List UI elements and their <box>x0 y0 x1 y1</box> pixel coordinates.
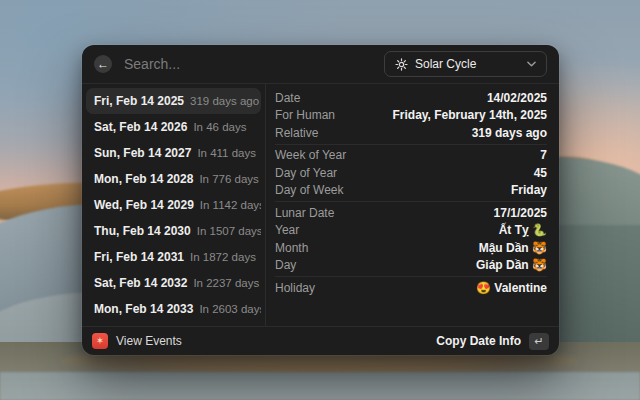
detail-row: Relative 319 days ago <box>275 124 547 142</box>
detail-label: Week of Year <box>275 148 346 162</box>
detail-value: 45 <box>534 166 547 180</box>
list-item[interactable]: Thu, Feb 14 2030 In 1507 days <box>86 218 261 244</box>
list-item-subtitle: In 1507 days <box>197 225 261 237</box>
list-item-subtitle: In 1142 days <box>200 199 261 211</box>
list-item-title: Sat, Feb 14 2026 <box>94 120 187 134</box>
star-icon: ✶ <box>96 336 104 346</box>
list-item[interactable]: Fri, Feb 14 2031 In 1872 days <box>86 244 261 270</box>
copy-date-info-action[interactable]: Copy Date Info <box>436 334 521 348</box>
section-divider <box>275 276 547 277</box>
sun-icon <box>395 58 408 71</box>
detail-value: 17/1/2025 <box>494 206 547 220</box>
detail-row: Day of Year 45 <box>275 164 547 182</box>
enter-key-hint: ↵ <box>529 333 549 350</box>
list-item-title: Sun, Feb 14 2027 <box>94 146 191 160</box>
list-item-subtitle: In 411 days <box>197 147 256 159</box>
detail-value: 😍 Valentine <box>476 281 547 295</box>
list-item-title: Thu, Feb 14 2030 <box>94 224 191 238</box>
detail-label: Holiday <box>275 281 315 295</box>
dropdown-selected-label: Solar Cycle <box>415 57 520 71</box>
detail-label: Year <box>275 223 299 237</box>
list-item-subtitle: 319 days ago <box>190 95 259 107</box>
list-item-title: Fri, Feb 14 2031 <box>94 250 184 264</box>
list-item-subtitle: In 2237 days <box>193 277 259 289</box>
rock-foreground-gray <box>0 372 640 400</box>
extension-icon: ✶ <box>92 333 108 349</box>
detail-value: Ất Tỵ 🐍 <box>499 223 547 237</box>
detail-value: Giáp Dần 🐯 <box>476 258 547 272</box>
return-key-icon: ↵ <box>534 336 543 347</box>
detail-panel: Date 14/02/2025 For Human Friday, Februa… <box>266 84 559 326</box>
detail-row: Week of Year 7 <box>275 147 547 165</box>
view-events-action[interactable]: View Events <box>116 334 182 348</box>
list-item[interactable]: Fri, Feb 14 2025 319 days ago <box>86 88 261 114</box>
section-divider <box>275 201 547 202</box>
action-bar: ✶ View Events Copy Date Info ↵ <box>82 327 559 355</box>
list-item-title: Sat, Feb 14 2032 <box>94 276 187 290</box>
list-item-subtitle: In 1872 days <box>190 251 256 263</box>
detail-row: Year Ất Tỵ 🐍 <box>275 222 547 240</box>
search-input[interactable] <box>122 55 374 73</box>
detail-row: Holiday 😍 Valentine <box>275 279 547 297</box>
detail-row: Day of Week Friday <box>275 182 547 200</box>
list-item-title: Wed, Feb 14 2029 <box>94 198 194 212</box>
list-item-title: Mon, Feb 14 2033 <box>94 302 193 316</box>
detail-label: Month <box>275 241 308 255</box>
list-item-subtitle: In 2603 days <box>199 303 261 315</box>
back-button[interactable]: ← <box>94 55 112 73</box>
detail-value: Friday <box>511 183 547 197</box>
detail-label: Day of Year <box>275 166 337 180</box>
detail-label: Lunar Date <box>275 206 334 220</box>
list-item[interactable]: Sat, Feb 14 2032 In 2237 days <box>86 270 261 296</box>
list-item[interactable]: Mon, Feb 14 2028 In 776 days <box>86 166 261 192</box>
detail-row: Day Giáp Dần 🐯 <box>275 257 547 275</box>
list-item[interactable]: Sat, Feb 14 2026 In 46 days <box>86 114 261 140</box>
detail-label: Day <box>275 258 296 272</box>
list-item-subtitle: In 776 days <box>199 173 258 185</box>
detail-value: 14/02/2025 <box>487 91 547 105</box>
detail-row: Lunar Date 17/1/2025 <box>275 204 547 222</box>
detail-label: For Human <box>275 108 335 122</box>
detail-row: Month Mậu Dần 🐯 <box>275 239 547 257</box>
list-item[interactable]: Mon, Feb 14 2033 In 2603 days <box>86 296 261 322</box>
list-item[interactable]: Sun, Feb 14 2027 In 411 days <box>86 140 261 166</box>
list-item-subtitle: In 46 days <box>193 121 246 133</box>
search-bar: ← Solar Cycle <box>82 45 559 83</box>
detail-label: Relative <box>275 126 318 140</box>
screen: ← Solar Cycle <box>0 0 640 400</box>
detail-row: Date 14/02/2025 <box>275 89 547 107</box>
list-item-title: Mon, Feb 14 2028 <box>94 172 193 186</box>
back-arrow-icon: ← <box>97 58 109 70</box>
list-item[interactable]: Wed, Feb 14 2029 In 1142 days <box>86 192 261 218</box>
detail-value: 319 days ago <box>472 126 547 140</box>
detail-value: Mậu Dần 🐯 <box>479 241 547 255</box>
list-item-title: Fri, Feb 14 2025 <box>94 94 184 108</box>
chevron-down-icon <box>527 61 536 67</box>
date-list: Fri, Feb 14 2025 319 days ago Sat, Feb 1… <box>82 84 265 326</box>
launcher-window: ← Solar Cycle <box>82 45 559 355</box>
detail-row: For Human Friday, February 14th, 2025 <box>275 107 547 125</box>
detail-value: 7 <box>540 148 547 162</box>
mode-dropdown[interactable]: Solar Cycle <box>384 51 547 77</box>
main-content: Fri, Feb 14 2025 319 days ago Sat, Feb 1… <box>82 84 559 326</box>
detail-value: Friday, February 14th, 2025 <box>392 108 547 122</box>
detail-label: Date <box>275 91 300 105</box>
section-divider <box>275 144 547 145</box>
detail-label: Day of Week <box>275 183 343 197</box>
